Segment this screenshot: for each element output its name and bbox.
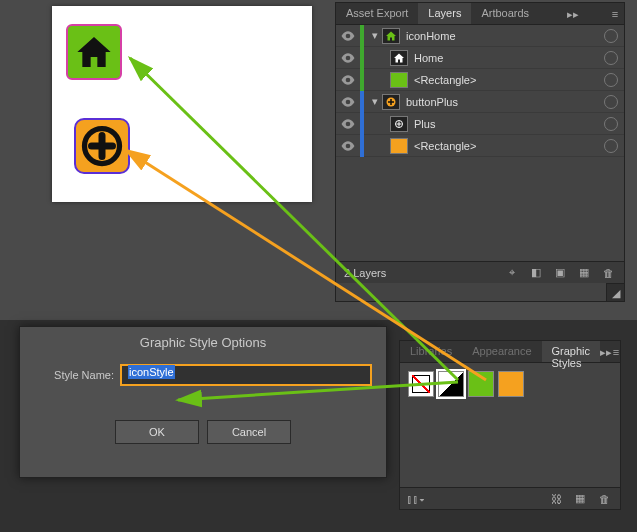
style-name-input[interactable]: iconStyle [120, 364, 372, 386]
ok-button[interactable]: OK [115, 420, 199, 444]
layer-color-bar [360, 113, 364, 135]
target-icon[interactable] [604, 95, 618, 109]
target-icon[interactable] [604, 51, 618, 65]
graphic-style-swatches [400, 363, 620, 405]
layer-thumbnail [390, 138, 408, 154]
layer-row[interactable]: <Rectangle> [336, 69, 624, 91]
twisty-down-icon[interactable]: ▾ [368, 95, 382, 108]
visibility-toggle[interactable] [336, 141, 360, 151]
style-swatch-iconstyle-orange[interactable] [498, 371, 524, 397]
target-icon[interactable] [604, 139, 618, 153]
layers-panel-footer: 2 Layers ⌖ ◧ ▣ ▦ 🗑 [336, 261, 624, 283]
layer-thumbnail [382, 94, 400, 110]
new-sublayer-icon[interactable]: ▣ [552, 265, 568, 281]
layer-label[interactable]: buttonPlus [400, 96, 600, 108]
tab-graphic-styles[interactable]: Graphic Styles [542, 341, 601, 362]
visibility-toggle[interactable] [336, 75, 360, 85]
cancel-button[interactable]: Cancel [207, 420, 291, 444]
visibility-toggle[interactable] [336, 31, 360, 41]
layer-thumbnail [390, 72, 408, 88]
art-object-iconhome[interactable] [66, 24, 122, 80]
layer-thumbnail [390, 50, 408, 66]
layer-thumbnail [382, 28, 400, 44]
graphic-styles-footer: ⫿⫿▾ ⛓ ▦ 🗑 [400, 487, 620, 509]
tab-libraries[interactable]: Libraries [400, 341, 462, 362]
flyout-double-arrow-icon[interactable]: ▸▸ [560, 3, 586, 24]
artboard-canvas [52, 6, 312, 202]
plus-circle-icon [81, 125, 123, 167]
target-icon[interactable] [604, 117, 618, 131]
target-icon[interactable] [604, 73, 618, 87]
style-swatch-none[interactable] [408, 371, 434, 397]
tab-layers[interactable]: Layers [418, 3, 471, 24]
visibility-toggle[interactable] [336, 119, 360, 129]
layer-count-label: 2 Layers [344, 267, 386, 279]
flyout-double-arrow-icon[interactable]: ▸▸ [600, 341, 612, 362]
delete-icon[interactable]: 🗑 [596, 491, 612, 507]
tab-artboards[interactable]: Artboards [471, 3, 539, 24]
locate-object-icon[interactable]: ⌖ [504, 265, 520, 281]
layer-row[interactable]: ▾ iconHome [336, 25, 624, 47]
art-object-buttonplus[interactable] [74, 118, 130, 174]
style-swatch-default[interactable] [438, 371, 464, 397]
layer-thumbnail [390, 116, 408, 132]
new-style-icon[interactable]: ▦ [572, 491, 588, 507]
tab-asset-export[interactable]: Asset Export [336, 3, 418, 24]
home-icon [74, 32, 114, 72]
panel-menu-icon[interactable]: ≡ [612, 341, 620, 362]
layer-row[interactable]: Plus [336, 113, 624, 135]
layer-label[interactable]: Home [408, 52, 600, 64]
layer-label[interactable]: <Rectangle> [408, 140, 600, 152]
make-clipping-mask-icon[interactable]: ◧ [528, 265, 544, 281]
layer-rows: ▾ iconHome Home <Rectangle> ▾ [336, 25, 624, 157]
tab-appearance[interactable]: Appearance [462, 341, 541, 362]
layer-label[interactable]: Plus [408, 118, 600, 130]
layer-color-bar [360, 135, 364, 157]
new-layer-icon[interactable]: ▦ [576, 265, 592, 281]
layer-row[interactable]: Home [336, 47, 624, 69]
resize-corner-icon[interactable]: ◢ [606, 283, 624, 301]
visibility-toggle[interactable] [336, 53, 360, 63]
layer-row[interactable]: ▾ buttonPlus [336, 91, 624, 113]
layer-color-bar [360, 91, 364, 113]
style-name-label: Style Name: [34, 369, 120, 381]
layer-color-bar [360, 47, 364, 69]
layers-panel-tabs: Asset Export Layers Artboards ▸▸ ≡ [336, 3, 624, 25]
layer-label[interactable]: <Rectangle> [408, 74, 600, 86]
libraries-menu-icon[interactable]: ⫿⫿▾ [408, 491, 424, 507]
layers-panel: Asset Export Layers Artboards ▸▸ ≡ ▾ ico… [335, 2, 625, 302]
target-icon[interactable] [604, 29, 618, 43]
layer-color-bar [360, 25, 364, 47]
break-link-icon[interactable]: ⛓ [548, 491, 564, 507]
graphic-styles-tabs: Libraries Appearance Graphic Styles ▸▸ ≡ [400, 341, 620, 363]
panel-menu-icon[interactable]: ≡ [606, 3, 624, 24]
layer-row[interactable]: <Rectangle> [336, 135, 624, 157]
style-name-value: iconStyle [128, 365, 175, 379]
layer-color-bar [360, 69, 364, 91]
visibility-toggle[interactable] [336, 97, 360, 107]
layer-label[interactable]: iconHome [400, 30, 600, 42]
graphic-styles-panel: Libraries Appearance Graphic Styles ▸▸ ≡… [399, 340, 621, 510]
twisty-down-icon[interactable]: ▾ [368, 29, 382, 42]
style-swatch-iconstyle-green[interactable] [468, 371, 494, 397]
dialog-title: Graphic Style Options [20, 327, 386, 364]
delete-icon[interactable]: 🗑 [600, 265, 616, 281]
graphic-style-options-dialog: Graphic Style Options Style Name: iconSt… [19, 326, 387, 478]
